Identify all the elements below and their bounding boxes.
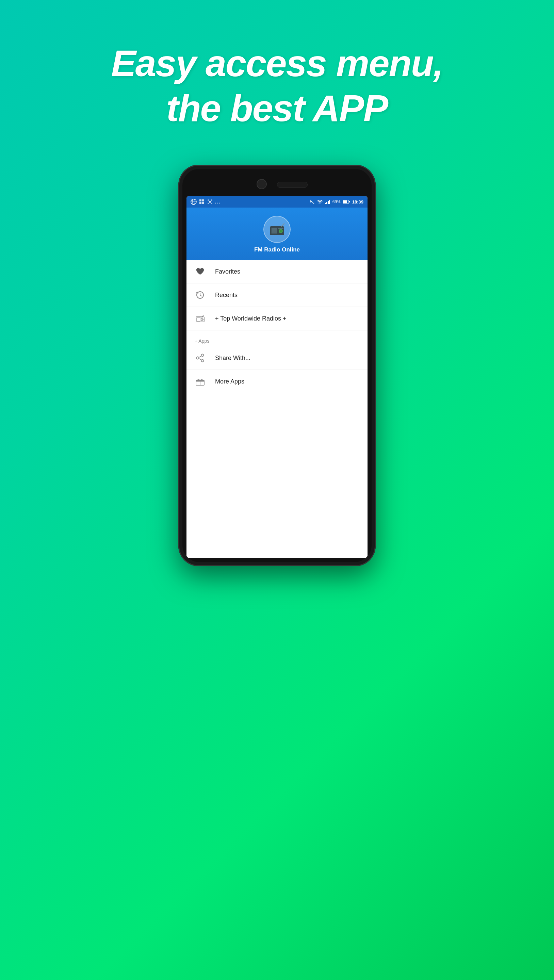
svg-rect-16	[328, 201, 329, 204]
drawer-header: FM Radio Online	[186, 208, 368, 260]
signal-icon	[325, 199, 330, 204]
svg-rect-34	[197, 318, 200, 321]
svg-point-11	[211, 203, 212, 204]
screen: ...	[186, 196, 368, 558]
drawer-menu: Favorites Recents	[186, 260, 368, 558]
grid-icon	[199, 199, 205, 205]
phone-inner: a CBN	[182, 169, 372, 562]
recents-label: Recents	[215, 292, 237, 299]
wifi-icon	[317, 199, 323, 204]
camera	[256, 179, 267, 189]
svg-point-9	[211, 199, 212, 201]
svg-rect-4	[202, 199, 204, 202]
heart-icon	[195, 266, 205, 277]
svg-point-10	[208, 203, 209, 204]
section-divider	[186, 332, 368, 332]
headline-container: Easy access menu, the best APP	[91, 0, 463, 130]
menu-item-more-apps[interactable]: More Apps	[186, 370, 368, 393]
svg-point-7	[209, 201, 211, 203]
share-icon	[195, 353, 205, 363]
svg-line-42	[199, 356, 201, 358]
svg-point-36	[202, 319, 203, 320]
svg-rect-17	[329, 200, 330, 204]
globe-icon	[191, 199, 197, 205]
svg-rect-31	[278, 228, 283, 229]
app-icon-circle	[263, 216, 291, 243]
menu-item-recents[interactable]: Recents	[186, 283, 368, 307]
menu-item-favorites[interactable]: Favorites	[186, 260, 368, 283]
share-label: Share With...	[215, 355, 250, 362]
favorites-label: Favorites	[215, 268, 240, 275]
svg-rect-6	[202, 202, 204, 204]
menu-item-top-radios[interactable]: + Top Worldwide Radios +	[186, 307, 368, 331]
phone-container: a CBN	[107, 165, 447, 845]
status-bar: ...	[186, 196, 368, 208]
svg-point-29	[280, 230, 282, 232]
clock-icon	[195, 290, 205, 301]
svg-rect-3	[199, 199, 201, 202]
svg-rect-15	[326, 202, 327, 204]
more-apps-label: More Apps	[215, 378, 244, 385]
svg-point-41	[197, 357, 199, 360]
sparkle-icon	[207, 199, 213, 205]
menu-item-share[interactable]: Share With...	[186, 347, 368, 370]
apps-section-header: + Apps	[186, 334, 368, 347]
svg-rect-20	[349, 201, 350, 202]
time-display: 18:39	[352, 199, 363, 205]
status-right: 69% 18:39	[309, 199, 363, 205]
battery-percent: 69%	[333, 199, 341, 204]
svg-point-13	[319, 204, 320, 204]
battery-icon	[343, 200, 350, 204]
mute-icon	[309, 199, 315, 205]
status-dots: ...	[215, 199, 221, 205]
gift-icon	[195, 376, 205, 387]
svg-rect-5	[199, 202, 201, 204]
radio-icon-large	[269, 223, 285, 236]
top-radios-label: + Top Worldwide Radios +	[215, 315, 286, 322]
svg-rect-19	[343, 200, 347, 203]
phone-frame: a CBN	[178, 165, 376, 566]
speaker	[277, 182, 307, 188]
headline-text: Easy access menu, the best APP	[91, 41, 463, 130]
svg-rect-38	[200, 318, 203, 318]
status-left: ...	[191, 199, 221, 205]
radio-small-icon	[195, 313, 205, 324]
svg-rect-14	[325, 203, 326, 204]
svg-point-8	[208, 199, 209, 201]
svg-line-43	[199, 359, 201, 360]
app-name-label: FM Radio Online	[254, 247, 300, 253]
svg-line-30	[282, 224, 284, 226]
